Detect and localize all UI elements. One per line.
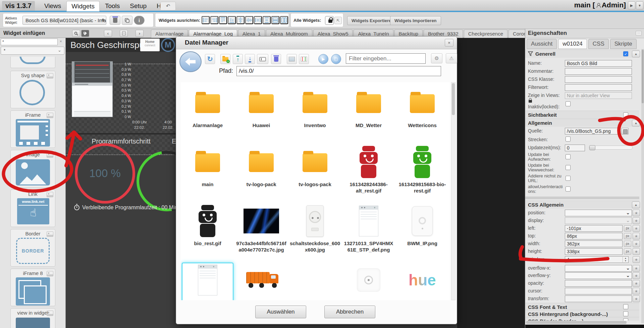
section-checkbox[interactable] — [623, 304, 628, 309]
dialog-close-button[interactable]: × — [445, 39, 453, 47]
file-item[interactable]: main — [181, 141, 234, 200]
distribute-vertical-button[interactable] — [263, 16, 271, 24]
align-right-button[interactable] — [210, 16, 218, 24]
file-item[interactable]: MD_Wetter — [342, 82, 395, 141]
section-generell[interactable]: Generell ✓ ▲ — [525, 50, 639, 58]
sichtbarkeit-checkbox[interactable] — [623, 112, 628, 117]
browse-file-button[interactable] — [621, 128, 629, 134]
favorite-star-button[interactable]: ★ — [633, 256, 640, 263]
file-item[interactable]: tv-logo-pack — [234, 141, 288, 200]
widget-card[interactable]: view in widget — [10, 308, 55, 328]
opacity-input[interactable] — [565, 280, 632, 287]
grid-scrollbar[interactable] — [451, 82, 455, 300]
properties-tab[interactable]: Aussicht — [527, 39, 557, 49]
next-view-button[interactable]: › — [136, 30, 144, 37]
menu-item[interactable]: Views — [40, 1, 66, 11]
widget-card[interactable]: iFrame 8 — [10, 269, 55, 306]
stop-button[interactable]: ▢ — [331, 54, 341, 64]
file-item[interactable]: BWM_IP.png — [395, 200, 449, 259]
transform-input[interactable] — [565, 295, 632, 302]
px-unit-button[interactable]: px — [624, 241, 631, 247]
filterwort-input[interactable] — [565, 84, 632, 91]
align-left-button[interactable] — [202, 16, 210, 24]
favorite-star-button[interactable]: ★ — [633, 240, 640, 247]
px-unit-button[interactable]: px — [624, 249, 631, 255]
palette-filter-input[interactable] — [1, 39, 58, 45]
position-select[interactable]: ⌄ — [565, 210, 632, 216]
back-button[interactable] — [179, 51, 202, 72]
select-button[interactable]: Auswählen — [255, 306, 306, 318]
file-item[interactable]: bio_rest.gif — [181, 200, 234, 259]
file-item[interactable] — [288, 259, 342, 300]
collapse-button[interactable]: ▲ — [632, 120, 640, 126]
prev-view-button[interactable]: ‹ — [104, 30, 112, 37]
run-view-button[interactable]: ▶ — [628, 1, 635, 9]
width-input[interactable] — [565, 240, 623, 247]
collapse-button[interactable]: ▲ — [632, 51, 640, 57]
strecken-checkbox[interactable] — [566, 136, 571, 142]
same-width-button[interactable] — [271, 16, 279, 24]
rename-button[interactable] — [257, 54, 268, 64]
widget-card[interactable]: Link www.link.net — [10, 189, 55, 227]
name-input[interactable] — [565, 60, 632, 67]
widget-card-partial[interactable] — [10, 57, 55, 68]
overflow-y-select[interactable]: ⌄ — [565, 272, 632, 279]
same-height-button[interactable] — [280, 16, 288, 24]
search-widget-button[interactable] — [72, 30, 80, 37]
inaktiv-checkbox[interactable] — [566, 101, 571, 106]
file-item[interactable]: 1613428244386-alt_rest.gif — [342, 141, 395, 200]
generell-enabled-checkbox[interactable]: ✓ — [623, 51, 628, 56]
favorite-star-button[interactable]: ★ — [633, 265, 640, 272]
display-select[interactable]: ⌄ — [565, 217, 632, 224]
file-item[interactable]: Alarmanlage — [181, 82, 234, 141]
align-top-button[interactable] — [219, 16, 227, 24]
horizontal-scrollbar[interactable] — [525, 321, 639, 325]
file-item[interactable]: Inventwo — [288, 82, 342, 141]
download-button[interactable]: ↓ — [245, 54, 255, 64]
css-klasse-input[interactable] — [565, 76, 632, 83]
favorite-star-button[interactable]: ★ — [633, 217, 640, 224]
copy-widget-button[interactable] — [122, 16, 132, 25]
undo-button[interactable]: ↶ — [160, 2, 176, 10]
refresh-button[interactable]: ↻ — [205, 54, 215, 64]
addiere-url-checkbox[interactable] — [566, 176, 571, 181]
updatezeit-input[interactable] — [565, 145, 585, 151]
info-widget-button[interactable]: i — [134, 16, 145, 25]
file-item[interactable]: tv-logos-pack — [288, 141, 342, 200]
distribute-horizontal-button[interactable] — [254, 16, 262, 24]
file-item[interactable]: 97c3a3e44fbfc56716fa004e77072c7c.jpg — [234, 200, 288, 259]
favorite-star-button[interactable]: ★ — [633, 272, 640, 279]
properties-tab[interactable]: CSS — [588, 39, 609, 49]
updatezeit-slider[interactable] — [589, 146, 633, 150]
delete-button[interactable] — [271, 54, 281, 64]
left-input[interactable] — [565, 225, 623, 232]
widget-card[interactable]: Svg shape — [10, 71, 55, 108]
spinner-buttons[interactable]: ▲▼ — [623, 256, 628, 263]
file-item[interactable]: 1613429815683-bio-rest.gif — [395, 141, 449, 200]
favorite-star-button[interactable]: ★ — [633, 210, 640, 216]
section-checkbox[interactable] — [623, 311, 628, 316]
filter-input[interactable] — [346, 53, 426, 64]
zeige-in-views-input[interactable] — [565, 92, 632, 99]
px-unit-button[interactable]: px — [624, 225, 631, 231]
favorite-star-button[interactable]: ★ — [633, 288, 640, 294]
px-unit-button[interactable]: px — [624, 233, 631, 239]
file-item[interactable]: Huawei — [234, 82, 288, 141]
file-item[interactable]: schaltsteckdose_600x600.jpg — [288, 200, 342, 259]
allow-user-interactions-checkbox[interactable] — [566, 186, 571, 192]
dialog-title-bar[interactable]: Datei Manager × — [176, 37, 457, 49]
kommentar-input[interactable] — [565, 68, 632, 75]
file-item[interactable] — [234, 259, 288, 300]
center-vertical-button[interactable] — [245, 16, 253, 24]
file-item[interactable]: Wettericons — [395, 82, 449, 141]
align-bottom-button[interactable] — [228, 16, 236, 24]
warning-button[interactable]: ⚠ — [446, 53, 457, 63]
clone-view-button[interactable] — [120, 30, 128, 37]
menu-item[interactable]: Tools — [100, 1, 124, 11]
file-item[interactable] — [342, 259, 395, 300]
section-css-allgemein[interactable]: CSS Allgemein ▲ — [525, 201, 639, 209]
upload-button[interactable]: ↑ — [233, 54, 243, 64]
overflow-x-select[interactable]: ⌄ — [565, 265, 632, 272]
detail-view-button[interactable] — [299, 54, 309, 64]
widget-card[interactable]: Border BORDER — [10, 229, 55, 267]
